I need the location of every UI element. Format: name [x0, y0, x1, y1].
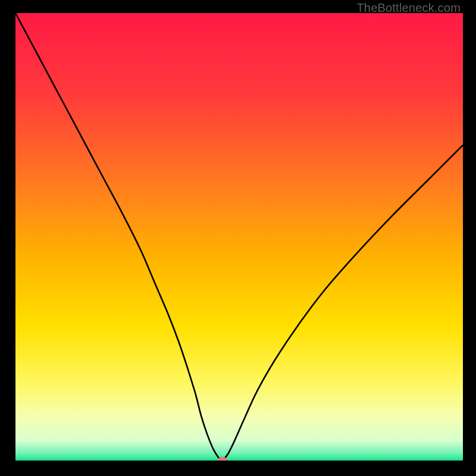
chart-frame [15, 13, 463, 461]
bottleneck-chart [15, 13, 463, 461]
watermark-label: TheBottleneck.com [356, 1, 461, 15]
gradient-background [15, 13, 463, 461]
